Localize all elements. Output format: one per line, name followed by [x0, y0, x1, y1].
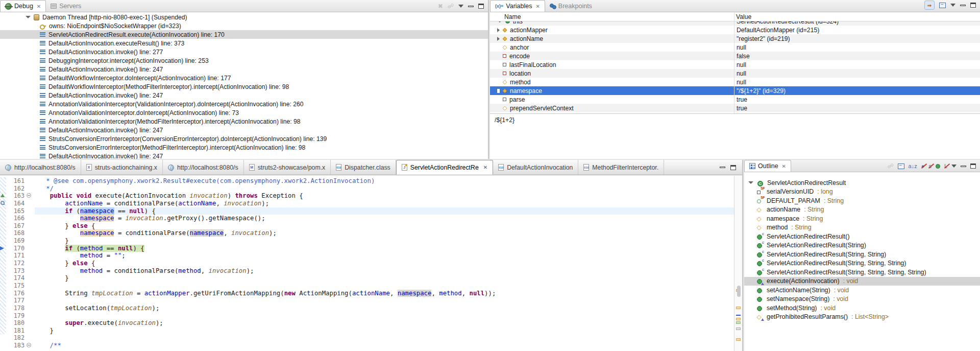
- column-value[interactable]: Value: [736, 13, 751, 20]
- hide-local-types-icon[interactable]: L: [944, 163, 947, 169]
- outline-item[interactable]: SFserialVersionUID: long: [744, 188, 980, 197]
- collapse-stack-icon[interactable]: ☍: [448, 3, 454, 10]
- code-line[interactable]: 183 /**: [0, 342, 734, 349]
- editor-tab[interactable]: 010Dispatcher.class: [331, 160, 396, 175]
- tab-servers[interactable]: Servers: [46, 0, 86, 12]
- minimize-icon[interactable]: [468, 6, 474, 7]
- code-line[interactable]: 178 setLocation(tmpLocation);: [0, 305, 734, 312]
- close-icon[interactable]: ✕: [782, 163, 786, 169]
- stack-frame[interactable]: DefaultActionInvocation.invoke() line: 2…: [0, 65, 488, 74]
- editor-tab[interactable]: 010MethodFilterInterceptor.: [578, 160, 664, 175]
- tab-outline[interactable]: Outline ✕: [744, 160, 791, 172]
- outline-item[interactable]: method: String: [744, 223, 980, 232]
- variable-row[interactable]: parsetrue: [490, 95, 980, 104]
- stack-frame[interactable]: StrutsConversionErrorInterceptor(Convers…: [0, 134, 488, 143]
- code-line[interactable]: 171 method = "";: [0, 252, 734, 260]
- code-line[interactable]: 176 String tmpLocation = actionMapper.ge…: [0, 290, 734, 297]
- code-line[interactable]: 170 if (method == null) {: [0, 245, 734, 252]
- stack-frame[interactable]: ServletActionRedirectResult.execute(Acti…: [0, 30, 488, 39]
- tab-breakpoints[interactable]: Breakpoints: [545, 0, 597, 12]
- code-line[interactable]: 163 public void execute(ActionInvocation…: [0, 192, 734, 200]
- stack-frame[interactable]: AnnotationValidationInterceptor(MethodFi…: [0, 117, 488, 126]
- outline-item[interactable]: SFDEFAULT_PARAM: String: [744, 196, 980, 205]
- code-line[interactable]: 180 super.execute(invocation);: [0, 319, 734, 327]
- editor-tab[interactable]: JServletActionRedirectRe✕: [396, 160, 493, 175]
- variable-row[interactable]: methodnull: [490, 78, 980, 86]
- stack-frame[interactable]: AnnotationValidationInterceptor.doInterc…: [0, 108, 488, 117]
- view-menu-icon[interactable]: [950, 4, 955, 7]
- code-line[interactable]: 162 */: [0, 185, 734, 193]
- stack-frame[interactable]: DebuggingInterceptor.intercept(ActionInv…: [0, 56, 488, 65]
- remove-terminated-icon[interactable]: ✖: [438, 3, 443, 10]
- view-menu-icon[interactable]: [458, 5, 463, 8]
- outline-item[interactable]: cServletActionRedirectResult(String): [744, 241, 980, 250]
- maximize-icon[interactable]: [478, 4, 484, 9]
- debug-tree-row[interactable]: Daemon Thread [http-nio-8080-exec-1] (Su…: [0, 13, 488, 21]
- editor-tab[interactable]: Xstruts-actionchaining.x: [81, 160, 163, 175]
- maximize-icon[interactable]: [970, 3, 976, 8]
- code-line[interactable]: 164 actionName = conditionalParse(action…: [0, 200, 734, 207]
- java-editor[interactable]: 161 * @see com.opensymphony.xwork2.Resul…: [0, 176, 734, 351]
- hide-non-public-icon[interactable]: [936, 164, 940, 169]
- overview-ruler[interactable]: [734, 176, 742, 351]
- outline-item[interactable]: execute(ActionInvocation): void: [744, 277, 980, 286]
- code-line[interactable]: 167 } else {: [0, 222, 734, 230]
- expander-icon[interactable]: [497, 89, 500, 93]
- outline-item[interactable]: namespace: String: [744, 214, 980, 223]
- code-line[interactable]: 165 if (namespace == null) {: [0, 207, 734, 215]
- expander-icon[interactable]: [26, 16, 31, 18]
- collapse-icon[interactable]: [27, 193, 31, 198]
- view-menu-icon[interactable]: [951, 165, 957, 168]
- tab-debug[interactable]: Debug ✕: [0, 0, 46, 12]
- stack-frame[interactable]: DefaultActionInvocation.executeResult() …: [0, 39, 488, 48]
- column-divider[interactable]: [734, 13, 734, 113]
- code-line[interactable]: 179: [0, 312, 734, 320]
- tab-variables[interactable]: (x)= Variables ✕: [490, 0, 545, 12]
- outline-item[interactable]: cServletActionRedirectResult(String, Str…: [744, 259, 980, 268]
- code-line[interactable]: 174 }: [0, 274, 734, 282]
- ruler-mark-blue[interactable]: [736, 315, 741, 316]
- code-line[interactable]: 168 namespace = conditionalParse(namespa…: [0, 229, 734, 237]
- expander-icon[interactable]: [497, 28, 500, 32]
- editor-scrollbar-thumb[interactable]: [737, 286, 741, 297]
- code-line[interactable]: 169 }: [0, 237, 734, 245]
- editor-tab[interactable]: http://localhost:8080/s: [0, 160, 81, 175]
- maximize-icon[interactable]: [730, 165, 736, 170]
- variable-detail-pane[interactable]: /${1+2}: [490, 113, 980, 159]
- minimize-icon[interactable]: [720, 167, 725, 168]
- outline-item[interactable]: cServletActionRedirectResult(String, Str…: [744, 250, 980, 259]
- debug-tree-row[interactable]: owns: NioEndpoint$NioSocketWrapper (id=3…: [0, 21, 488, 30]
- minimize-icon[interactable]: [961, 166, 966, 167]
- ruler-mark-gray[interactable]: [736, 327, 741, 330]
- stack-frame[interactable]: DefaultWorkflowInterceptor(MethodFilterI…: [0, 82, 488, 91]
- close-icon[interactable]: ✕: [535, 4, 540, 9]
- code-line[interactable]: 173 method = conditionalParse(method, in…: [0, 267, 734, 275]
- collapse-all-icon[interactable]: [898, 163, 904, 169]
- stack-frame[interactable]: DefaultActionInvocation.invoke() line: 2…: [0, 91, 488, 100]
- close-icon[interactable]: ✕: [483, 165, 487, 170]
- code-line[interactable]: 166 namespace = invocation.getProxy().ge…: [0, 215, 734, 222]
- minimize-icon[interactable]: [960, 5, 966, 6]
- outline-item[interactable]: actionName: String: [744, 205, 980, 215]
- outline-item[interactable]: getProhibitedResultParams(): List<String…: [744, 313, 980, 322]
- code-line[interactable]: 182: [0, 334, 734, 342]
- stack-frame[interactable]: StrutsConversionErrorInterceptor(MethodF…: [0, 143, 488, 152]
- variable-row[interactable]: actionName"register2" (id=219): [490, 34, 980, 43]
- collapse-icon[interactable]: [27, 343, 31, 347]
- expander-icon[interactable]: [748, 181, 753, 184]
- show-logical-structure-icon[interactable]: ⇒: [924, 1, 935, 10]
- stack-frame[interactable]: DefaultActionInvocation.invoke() line: 2…: [0, 126, 488, 134]
- stack-frame[interactable]: DefaultActionInvocation.invoke() line: 2…: [0, 152, 488, 159]
- expander-icon[interactable]: [497, 37, 500, 41]
- variable-row[interactable]: anchornull: [490, 43, 980, 52]
- code-line[interactable]: 175: [0, 282, 734, 290]
- maximize-icon[interactable]: [970, 163, 976, 169]
- ruler-mark-green[interactable]: [736, 321, 741, 324]
- hide-static-members-icon[interactable]: s: [928, 163, 932, 169]
- outline-item[interactable]: cServletActionRedirectResult(): [744, 232, 980, 241]
- variables-column-headers[interactable]: Name Value: [490, 13, 980, 21]
- variable-row[interactable]: namespace"/${1+2}" (id=329): [490, 86, 980, 95]
- code-line[interactable]: 172 } else {: [0, 260, 734, 267]
- stack-frame[interactable]: DefaultWorkflowInterceptor.doIntercept(A…: [0, 74, 488, 82]
- editor-tab[interactable]: http://localhost:8080/s: [163, 160, 244, 175]
